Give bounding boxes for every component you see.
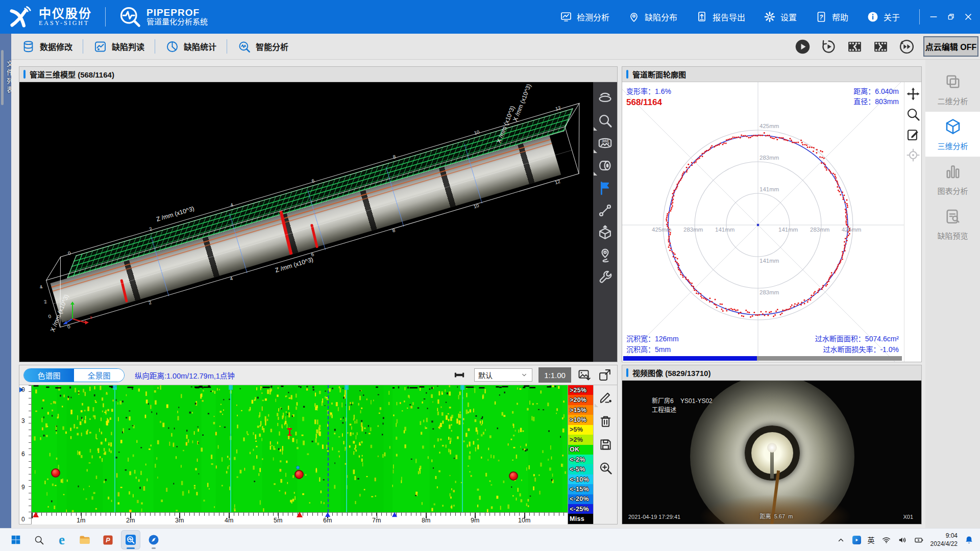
minimize-button[interactable]	[925, 9, 942, 24]
sidebar-item-3d-analysis[interactable]: 三维分析	[925, 112, 980, 157]
defect-marker[interactable]	[509, 471, 518, 481]
zoom-tool[interactable]	[597, 113, 613, 129]
taskbar-pipeprof-app[interactable]	[121, 530, 140, 549]
taskbar-browser[interactable]	[144, 530, 163, 549]
help-icon: ?	[815, 11, 827, 23]
wifi-icon[interactable]	[881, 535, 891, 545]
edit-tool[interactable]	[905, 127, 921, 142]
menu-label: 缺陷分布	[645, 11, 677, 23]
marker-arrow-blue	[325, 512, 330, 517]
locate-tool[interactable]	[905, 147, 921, 163]
zoom-tool[interactable]	[905, 107, 921, 122]
tab-spectrogram[interactable]: 色谱图	[24, 369, 74, 382]
menu-settings[interactable]: 设置	[764, 11, 797, 23]
fast-forward-button[interactable]	[898, 38, 915, 55]
save-tool[interactable]	[598, 437, 613, 452]
ruler-label: 2m	[126, 517, 135, 524]
pointcloud-edit-toggle[interactable]: 点云编辑 OFF	[923, 36, 978, 57]
taskbar-clock[interactable]: 9:04 2024/4/22	[930, 532, 958, 548]
pipe-3d-viewport[interactable]: Z /mm (x10^3) Z /mm (x10^3) X /mm (x10^3…	[19, 82, 593, 362]
z-axis-label: Z /mm (x10^3)	[156, 205, 195, 223]
map-pin-icon	[628, 11, 640, 23]
palette-select[interactable]: 默认	[474, 368, 532, 382]
distance-diameter-stats: 距离：6.040m 直径：803mm	[853, 86, 899, 107]
panel-header: 管道三维模型 (568/1164)	[19, 67, 617, 82]
video-distance: 距离 5.67 m	[760, 512, 793, 520]
menu-defect-distribution[interactable]: 缺陷分布	[628, 11, 677, 23]
cross-section-canvas[interactable]: 变形率：1.6% 568/1164 距离：6.040m 直径：803mm 沉积宽…	[622, 82, 921, 362]
tray-expand-icon[interactable]	[836, 535, 846, 545]
export-model-tool[interactable]	[597, 225, 613, 241]
video-frame[interactable]: 新厂房6 YS01-YS02 工程描述 2021-04-19 17:29:41 …	[622, 381, 921, 524]
time-text: 9:04	[930, 532, 958, 540]
delete-tool[interactable]	[598, 414, 613, 429]
scale-ratio-field[interactable]: 1:1.00	[538, 367, 571, 383]
menu-about[interactable]: 关于	[867, 11, 900, 23]
export-image-button[interactable]	[577, 368, 592, 382]
taskbar-file-explorer[interactable]	[75, 530, 94, 549]
data-edit-button[interactable]: 数据修改	[11, 40, 83, 54]
pipeprof-app-icon	[125, 534, 137, 546]
sidebar-item-2d-analysis[interactable]: 二维分析	[925, 67, 980, 112]
menu-report-export[interactable]: 报告导出	[696, 11, 745, 23]
menu-label: 设置	[780, 11, 797, 23]
volume-icon[interactable]	[898, 535, 908, 545]
sidebar-item-defect-preview[interactable]: 缺陷预览	[925, 202, 980, 246]
pipe-3d-model-panel: 管道三维模型 (568/1164)	[19, 66, 618, 362]
spectrogram-tool-strip	[593, 385, 617, 524]
previous-frame-button[interactable]	[846, 38, 863, 55]
measure-tool[interactable]	[597, 203, 613, 218]
taskbar-powerpoint[interactable]: P	[98, 530, 117, 549]
flag-marker-tool[interactable]	[597, 180, 613, 196]
start-button[interactable]	[6, 530, 26, 549]
company-name-en: EASY-SIGHT	[39, 20, 92, 27]
spectrogram-canvas[interactable]	[32, 385, 568, 512]
tab-panorama[interactable]: 全景图	[74, 369, 124, 382]
taskbar-search[interactable]	[29, 530, 48, 549]
sidebar-item-chart-analysis[interactable]: 图表分析	[925, 157, 980, 202]
settings-tool[interactable]	[597, 270, 613, 286]
ring-label: 425mm	[760, 123, 779, 129]
info-icon	[867, 11, 879, 23]
close-button[interactable]	[960, 9, 977, 24]
position-path-tool[interactable]	[597, 247, 613, 263]
ruler-label: 9m	[471, 517, 479, 524]
current-position-line	[328, 385, 329, 512]
menu-detection-analysis[interactable]: 检测分析	[560, 11, 609, 23]
restore-button[interactable]	[942, 9, 960, 24]
menu-help[interactable]: ? 帮助	[815, 11, 848, 23]
tray-app-icon[interactable]	[852, 536, 861, 544]
pipe-gauge-icon[interactable]	[451, 369, 468, 381]
pipe-view-tool[interactable]	[597, 158, 613, 173]
button-label: 缺陷统计	[184, 40, 216, 53]
position-progress-bar[interactable]	[623, 356, 902, 361]
defect-interpret-button[interactable]: 缺陷判读	[83, 40, 155, 54]
legend-item: <-5%	[568, 464, 593, 474]
pan-tool[interactable]	[905, 86, 921, 102]
rotate-3d-tool[interactable]	[597, 90, 613, 106]
zoom-in-tool[interactable]	[598, 461, 613, 475]
panorama-360-tool[interactable]: 360	[597, 135, 613, 151]
file-list-tab[interactable]: 文件列表	[0, 48, 11, 107]
defect-marker[interactable]	[51, 468, 60, 478]
menu-label: 检测分析	[577, 11, 609, 23]
replay-button[interactable]	[820, 38, 837, 55]
video-overlay-description: 工程描述	[652, 405, 676, 414]
input-method-indicator[interactable]: 英	[868, 535, 875, 545]
notification-bell-icon[interactable]	[964, 535, 974, 545]
ring-label: 283mm	[810, 227, 829, 233]
chevron-down-icon	[520, 371, 528, 379]
pen-tool[interactable]	[598, 390, 613, 405]
panel-header: 视频图像 (5829/13710)	[622, 365, 921, 381]
taskbar-internet-explorer[interactable]: e	[52, 530, 71, 549]
marker-arrow-red	[297, 512, 303, 517]
battery-icon[interactable]	[914, 535, 924, 545]
open-window-button[interactable]	[598, 368, 612, 382]
smart-analysis-button[interactable]: 智能分析	[227, 40, 299, 54]
z-axis-label: Z /mm (x10^3)	[274, 256, 314, 274]
defect-statistics-button[interactable]: 缺陷统计	[155, 40, 227, 54]
next-frame-button[interactable]	[872, 38, 889, 55]
defect-marker[interactable]	[295, 470, 304, 479]
windows-taskbar: e P 英 9:04 2024/4/22	[0, 528, 980, 551]
play-button[interactable]	[794, 38, 811, 55]
